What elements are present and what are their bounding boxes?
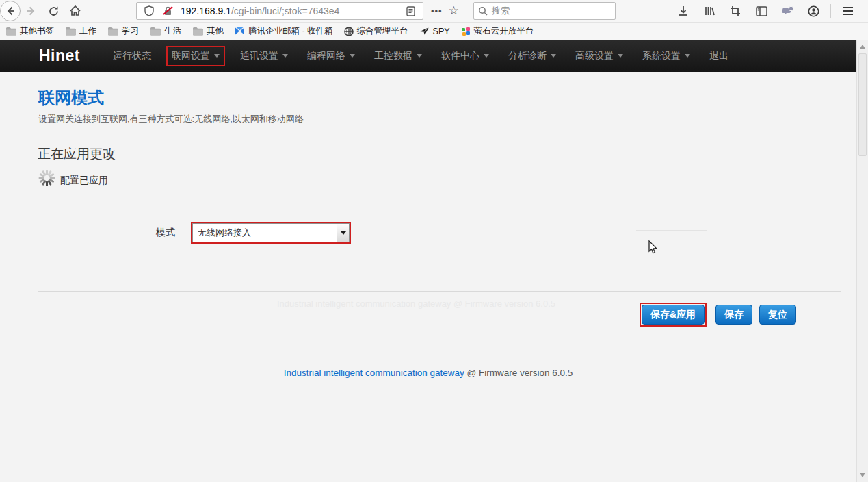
- bookmark-tencent-mail[interactable]: 腾讯企业邮箱 - 收件箱: [235, 25, 333, 37]
- back-button[interactable]: [0, 1, 21, 21]
- nav-item-advanced-settings[interactable]: 高级设置: [575, 50, 623, 62]
- page-description: 设置网关连接到互联网,有三种方式可选:无线网络,以太网和移动网络: [38, 113, 304, 125]
- nav-item-diagnosis[interactable]: 分析诊断: [508, 50, 556, 62]
- page-title: 联网模式: [38, 87, 104, 109]
- url-host: 192.168.9.1: [181, 5, 231, 16]
- chat-extension-button[interactable]: [778, 2, 796, 20]
- bookmark-label: 生活: [164, 25, 181, 37]
- screenshot-crop-icon: [730, 5, 741, 16]
- chevron-down-icon: [214, 54, 220, 58]
- gateway-link[interactable]: Industrial intelligent communication gat…: [284, 368, 464, 378]
- bookmark-label: 学习: [122, 25, 139, 37]
- bookmark-star-icon[interactable]: ☆: [447, 3, 464, 19]
- bookmarks-bar: 其他书签 工作 学习 生活 其他 腾讯企业邮箱 - 收件箱 综合管理平台 SPY…: [0, 23, 868, 40]
- scrollbar-thumb[interactable]: [858, 53, 867, 156]
- bookmark-management-platform[interactable]: 综合管理平台: [344, 25, 408, 37]
- menu-button[interactable]: [839, 2, 857, 20]
- chat-bubble-icon: [781, 5, 793, 16]
- scroll-down-arrow-icon[interactable]: [860, 473, 865, 477]
- bookmark-label: 工作: [79, 25, 96, 37]
- sidebars-button[interactable]: [752, 2, 770, 20]
- scroll-up-arrow-icon[interactable]: [860, 45, 865, 49]
- chevron-down-icon: [484, 54, 489, 58]
- reader-mode-icon[interactable]: [403, 2, 418, 20]
- folder-icon: [150, 27, 161, 36]
- bookmark-spy[interactable]: SPY: [419, 27, 450, 36]
- page-viewport: Hinet 运行状态 联网设置 通讯设置 编程网络 工控数据 软件中心 分析诊断…: [0, 40, 868, 482]
- mouse-cursor: [648, 240, 659, 255]
- bookmark-folder-misc[interactable]: 其他: [192, 25, 224, 37]
- screenshot-button[interactable]: [726, 2, 744, 20]
- ezviz-icon: [461, 27, 471, 36]
- page-content: 联网模式 设置网关连接到互联网,有三种方式可选:无线网络,以太网和移动网络 正在…: [0, 72, 856, 482]
- url-path: /cgi-bin/luci/;stok=7643e4: [231, 5, 339, 16]
- nav-item-programming-network[interactable]: 编程网络: [307, 50, 355, 62]
- mode-select[interactable]: 无线网络接入: [192, 223, 350, 242]
- chevron-down-icon: [551, 54, 556, 58]
- bookmark-folder-life[interactable]: 生活: [150, 25, 181, 37]
- account-button[interactable]: [804, 2, 822, 20]
- browser-toolbar: 192.168.9.1/cgi-bin/luci/;stok=7643e4 ••…: [0, 0, 868, 23]
- nav-item-run-status[interactable]: 运行状态: [113, 50, 151, 62]
- mode-select-highlight-box: 无线网络接入: [191, 222, 351, 244]
- back-arrow-icon: [5, 5, 16, 16]
- save-apply-button[interactable]: 保存&应用: [642, 305, 705, 325]
- folder-icon: [65, 27, 76, 36]
- reload-icon: [48, 5, 60, 17]
- hamburger-menu-icon: [843, 6, 854, 16]
- url-bar[interactable]: 192.168.9.1/cgi-bin/luci/;stok=7643e4: [136, 2, 423, 20]
- downloads-button[interactable]: [674, 2, 692, 20]
- sidebar-icon: [756, 6, 767, 16]
- search-icon: [478, 6, 488, 16]
- vertical-scrollbar[interactable]: [856, 40, 868, 482]
- paper-plane-icon: [419, 27, 430, 36]
- chevron-down-icon: [417, 54, 422, 58]
- select-dropdown-button[interactable]: [337, 224, 349, 242]
- nav-item-system-settings[interactable]: 系统设置: [642, 50, 690, 62]
- ghost-footer-text: Industrial intelligent communication gat…: [277, 299, 555, 309]
- forward-button[interactable]: [23, 2, 40, 20]
- home-icon: [69, 5, 81, 17]
- firmware-version-text: @ Firmware version 6.0.5: [464, 368, 573, 378]
- save-apply-highlight-box: 保存&应用: [640, 303, 707, 327]
- library-button[interactable]: [700, 2, 718, 20]
- folder-icon: [192, 27, 203, 36]
- bookmark-label: 综合管理平台: [357, 25, 408, 37]
- chevron-down-icon: [341, 231, 346, 235]
- separator-line: [38, 291, 841, 292]
- bookmark-label: 其他: [207, 25, 224, 37]
- folder-icon: [5, 27, 16, 36]
- chevron-down-icon: [350, 54, 355, 58]
- url-fade: [383, 5, 401, 16]
- home-button[interactable]: [66, 2, 84, 20]
- chevron-down-icon: [618, 54, 623, 58]
- applying-changes-heading: 正在应用更改: [38, 145, 116, 163]
- save-button[interactable]: 保存: [715, 305, 752, 325]
- reload-button[interactable]: [44, 2, 62, 20]
- url-text[interactable]: 192.168.9.1/cgi-bin/luci/;stok=7643e4: [181, 5, 401, 16]
- bookmark-label: 其他书签: [20, 25, 54, 37]
- apply-status-text: 配置已应用: [60, 175, 108, 187]
- search-box[interactable]: 搜索: [473, 2, 616, 20]
- bookmark-label: SPY: [433, 27, 450, 36]
- ghost-artifact-line: [636, 230, 707, 231]
- bookmark-ezviz[interactable]: 萤石云开放平台: [461, 25, 534, 37]
- tracking-shield-icon[interactable]: [142, 2, 157, 20]
- nav-item-software-center[interactable]: 软件中心: [441, 50, 489, 62]
- nav-item-logout[interactable]: 退出: [709, 50, 728, 62]
- tencent-mail-icon: [235, 27, 245, 36]
- chevron-down-icon: [685, 54, 690, 58]
- globe-icon: [344, 27, 354, 36]
- nav-item-comm-setup[interactable]: 通讯设置: [240, 50, 288, 62]
- insecure-lock-icon[interactable]: [161, 2, 176, 20]
- library-icon: [704, 5, 715, 16]
- reset-button[interactable]: 复位: [759, 305, 796, 325]
- bookmark-folder-study[interactable]: 学习: [107, 25, 139, 37]
- bookmark-folder-work[interactable]: 工作: [65, 25, 96, 37]
- bookmark-folder-other-bookmarks[interactable]: 其他书签: [5, 25, 54, 37]
- account-icon: [808, 5, 819, 17]
- nav-item-network-setup[interactable]: 联网设置: [166, 46, 225, 66]
- bookmark-label: 腾讯企业邮箱 - 收件箱: [248, 25, 333, 37]
- nav-item-industrial-data[interactable]: 工控数据: [374, 50, 422, 62]
- page-actions-button[interactable]: •••: [426, 6, 447, 16]
